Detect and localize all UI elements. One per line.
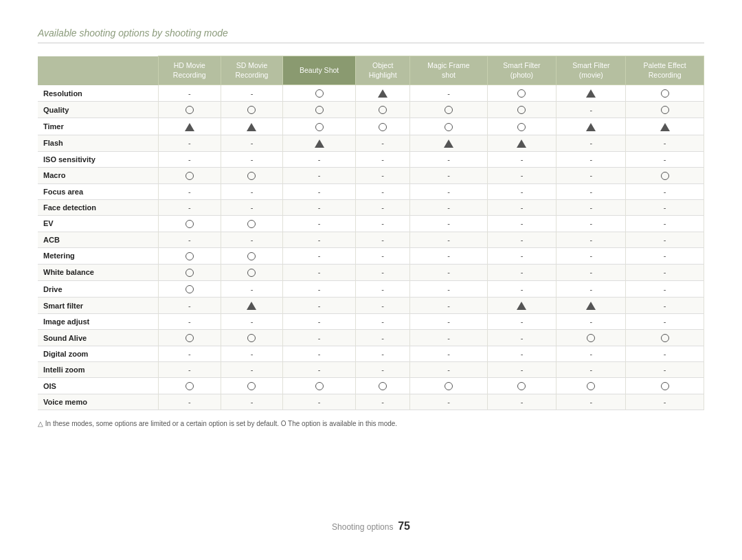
cell-beauty_shot: -: [283, 199, 356, 215]
row-label: Intelli zoom: [38, 362, 158, 378]
cell-beauty_shot: [283, 135, 356, 151]
cell-sd_movie: -: [221, 151, 283, 167]
cell-beauty_shot: [283, 118, 356, 135]
cell-beauty_shot: -: [283, 281, 356, 298]
triangle-symbol: [247, 302, 256, 310]
table-row: Face detection--------: [38, 199, 704, 215]
cell-smart_filter_movie: -: [556, 135, 626, 151]
cell-object_highlight: -: [355, 151, 410, 167]
cell-palette_effect: -: [626, 183, 704, 199]
circle-symbol: [186, 334, 194, 342]
cell-magic_frame: [410, 102, 487, 118]
cell-palette_effect: -: [626, 281, 704, 298]
cell-smart_filter_photo: -: [487, 247, 556, 264]
cell-hd_movie: [158, 264, 221, 280]
cell-hd_movie: -: [158, 362, 221, 378]
table-row: Metering------: [38, 247, 704, 264]
table-row: ISO sensitivity--------: [38, 151, 704, 167]
cell-smart_filter_movie: [556, 330, 626, 346]
cell-palette_effect: -: [626, 264, 704, 280]
row-label: Flash: [38, 135, 158, 151]
cell-hd_movie: -: [158, 135, 221, 151]
triangle-symbol: [185, 123, 194, 131]
header-magic-frame: Magic Frameshot: [410, 56, 487, 85]
circle-symbol: [517, 123, 526, 131]
row-label: Digital zoom: [38, 346, 158, 362]
table-row: Macro-----: [38, 167, 704, 183]
circle-symbol: [315, 89, 324, 98]
cell-smart_filter_photo: -: [487, 232, 556, 247]
cell-palette_effect: -: [626, 314, 704, 330]
row-label: Resolution: [38, 85, 158, 102]
row-label: Smart filter: [38, 298, 158, 314]
cell-smart_filter_movie: -: [556, 167, 626, 183]
cell-smart_filter_movie: -: [556, 183, 626, 199]
cell-object_highlight: -: [355, 314, 410, 330]
cell-beauty_shot: -: [283, 394, 356, 410]
cell-magic_frame: -: [410, 199, 487, 215]
row-label: Image adjust: [38, 314, 158, 330]
cell-hd_movie: -: [158, 199, 221, 215]
cell-palette_effect: -: [626, 346, 704, 362]
cell-hd_movie: -: [158, 85, 221, 102]
cell-smart_filter_movie: -: [556, 281, 626, 298]
cell-object_highlight: -: [355, 330, 410, 346]
cell-beauty_shot: [283, 102, 356, 118]
triangle-symbol: [517, 302, 526, 310]
row-label: Face detection: [38, 199, 158, 215]
cell-palette_effect: [626, 330, 704, 346]
cell-palette_effect: [626, 102, 704, 118]
cell-magic_frame: -: [410, 264, 487, 280]
cell-palette_effect: [626, 167, 704, 183]
cell-sd_movie: -: [221, 183, 283, 199]
table-row: Timer: [38, 118, 704, 135]
header-beauty-shot: Beauty Shot: [283, 56, 356, 85]
cell-object_highlight: -: [355, 298, 410, 314]
cell-beauty_shot: -: [283, 330, 356, 346]
cell-magic_frame: -: [410, 298, 487, 314]
cell-magic_frame: -: [410, 151, 487, 167]
cell-sd_movie: [221, 378, 283, 394]
row-label: OIS: [38, 378, 158, 394]
circle-symbol: [661, 382, 669, 390]
page-footer: Shooting options 75: [38, 513, 704, 533]
cell-sd_movie: -: [221, 362, 283, 378]
cell-object_highlight: -: [355, 281, 410, 298]
circle-symbol: [661, 106, 669, 114]
table-row: Flash-----: [38, 135, 704, 151]
cell-sd_movie: -: [221, 281, 283, 298]
triangle-symbol: [247, 123, 256, 131]
cell-smart_filter_movie: -: [556, 215, 626, 232]
circle-symbol: [186, 382, 194, 390]
cell-sd_movie: -: [221, 232, 283, 247]
circle-symbol: [186, 269, 194, 277]
cell-magic_frame: [410, 378, 487, 394]
circle-symbol: [661, 89, 669, 98]
circle-symbol: [517, 382, 526, 390]
circle-symbol: [247, 269, 256, 277]
circle-symbol: [186, 252, 194, 260]
cell-sd_movie: -: [221, 85, 283, 102]
cell-magic_frame: -: [410, 167, 487, 183]
cell-sd_movie: -: [221, 199, 283, 215]
cell-hd_movie: -: [158, 183, 221, 199]
table-row: Smart filter-----: [38, 298, 704, 314]
cell-smart_filter_movie: [556, 118, 626, 135]
cell-magic_frame: -: [410, 85, 487, 102]
cell-object_highlight: -: [355, 135, 410, 151]
cell-palette_effect: [626, 378, 704, 394]
table-row: White balance------: [38, 264, 704, 280]
cell-object_highlight: -: [355, 215, 410, 232]
cell-sd_movie: [221, 247, 283, 264]
cell-beauty_shot: -: [283, 314, 356, 330]
cell-hd_movie: -: [158, 346, 221, 362]
cell-smart_filter_photo: -: [487, 167, 556, 183]
cell-palette_effect: -: [626, 247, 704, 264]
cell-smart_filter_photo: -: [487, 215, 556, 232]
cell-smart_filter_photo: -: [487, 314, 556, 330]
cell-object_highlight: -: [355, 264, 410, 280]
cell-hd_movie: -: [158, 151, 221, 167]
cell-object_highlight: [355, 85, 410, 102]
cell-sd_movie: [221, 298, 283, 314]
cell-smart_filter_photo: -: [487, 199, 556, 215]
